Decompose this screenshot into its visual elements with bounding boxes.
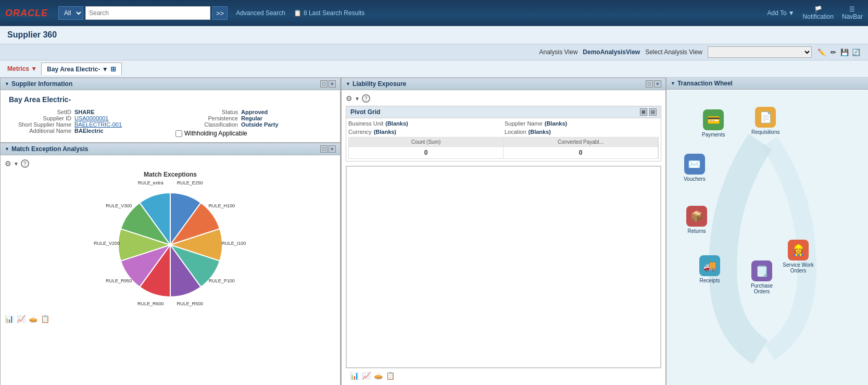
info-left: SetID SHARE Supplier ID USA0000001 Short… [9, 109, 165, 137]
last-search-icon: 📋 [294, 9, 301, 17]
tw-collapse[interactable]: ▼ [671, 81, 675, 86]
liability-content: ⚙ ▼ ? Pivot Grid ⊠ ⊟ [342, 90, 665, 385]
table-chart-icon[interactable]: 📋 [41, 315, 49, 323]
match-exception-help-icon[interactable]: ? [21, 159, 29, 168]
transaction-wheel-item-receipts[interactable]: 🚚Receipts [699, 255, 720, 283]
supplier-info-collapse[interactable]: ▼ [5, 81, 9, 86]
search-go-button[interactable]: >> [212, 6, 228, 20]
short-supplier-name-label: Short Supplier Name [9, 121, 71, 128]
svg-text:RULE_V200: RULE_V200 [94, 241, 120, 246]
liability-toolbar: ⚙ ▼ ? [346, 94, 661, 103]
info-right: Status Approved Persistence Regular Clas… [175, 109, 332, 137]
wheel-item-label: Service Work Orders [783, 262, 814, 274]
last-search-label: 8 Last Search Results [304, 9, 364, 17]
pivot-grid-filter-btn[interactable]: ⊠ [640, 108, 647, 116]
analysis-edit-icon[interactable]: ✏️ [817, 47, 826, 57]
liability-table-chart-icon[interactable]: 📋 [386, 371, 395, 380]
bar-chart-icon[interactable]: 📊 [5, 315, 14, 323]
line-chart-icon[interactable]: 📈 [17, 315, 26, 323]
transaction-wheel-item-requisitions[interactable]: 📄Requisitions [751, 107, 779, 135]
wheel-item-label: Purchase Orders [746, 283, 777, 294]
transaction-wheel-item-returns[interactable]: 📦Returns [686, 206, 707, 234]
svg-text:RULE_R950: RULE_R950 [106, 278, 132, 283]
liability-title: Liability Exposure [353, 80, 406, 88]
location-label: Location [505, 129, 526, 135]
page-title-bar: Supplier 360 [0, 26, 868, 44]
liability-pie-chart-icon[interactable]: 🥧 [374, 371, 383, 380]
transaction-wheel-item-purchase-orders[interactable]: 🗒️Purchase Orders [746, 260, 777, 294]
match-exception-panel-header: ▼ Match Exception Analysis □ × [1, 143, 340, 155]
pivot-grid-controls: ⊠ ⊟ [640, 108, 657, 116]
match-exception-minimize-btn[interactable]: □ [320, 145, 328, 153]
pivot-supplier-name-label: Supplier Name [505, 120, 543, 127]
analysis-pencil-icon[interactable]: ✏ [828, 47, 838, 57]
select-analysis-view-dropdown[interactable] [708, 46, 812, 58]
supplier-info-title: Supplier Information [11, 80, 72, 88]
panel-close-btn[interactable]: × [329, 80, 336, 88]
transaction-wheel-item-vouchers[interactable]: ✉️Vouchers [684, 154, 706, 182]
liability-header-left: ▼ Liability Exposure [346, 80, 643, 88]
search-input[interactable] [85, 6, 210, 20]
liability-bottom-icons: 📊 📈 🥧 📋 [346, 368, 661, 383]
analysis-view-label: Analysis View [539, 48, 578, 56]
additional-name-value: BAElectric [74, 128, 104, 134]
search-category-dropdown[interactable]: All [58, 6, 83, 20]
match-exception-controls: □ × [320, 145, 336, 153]
requisitions-icon: 📄 [755, 107, 776, 128]
supplier-id-row: Supplier ID USA0000001 [9, 115, 165, 121]
advanced-search-link[interactable]: Advanced Search [236, 9, 285, 17]
vouchers-icon: ✉️ [684, 154, 705, 175]
supplier-name-tab[interactable]: Bay Area Electric- ▼ ⊞ [41, 63, 122, 75]
navbar-button[interactable]: ☰ NavBar [842, 6, 863, 20]
svg-text:RULE_I100: RULE_I100 [222, 241, 246, 246]
transaction-wheel-item-service-work-orders[interactable]: 👷Service Work Orders [783, 240, 814, 274]
liability-gear-icon[interactable]: ⚙ [346, 94, 353, 103]
match-exception-gear-icon[interactable]: ⚙ [5, 159, 11, 168]
last-search-results[interactable]: 📋 8 Last Search Results [294, 9, 364, 17]
short-supplier-name-value[interactable]: BAELECTRIC-001 [74, 121, 122, 128]
panel-minimize-btn[interactable]: □ [320, 80, 328, 88]
supplier-id-value[interactable]: USA0000001 [74, 115, 108, 121]
analysis-view-value: DemoAnalysisView [583, 48, 640, 56]
tab-grid-icon: ⊞ [110, 65, 116, 73]
liability-gear-dropdown[interactable]: ▼ [355, 96, 360, 102]
match-exception-collapse[interactable]: ▼ [5, 146, 9, 152]
metrics-dropdown[interactable]: Metrics ▼ [7, 65, 37, 72]
match-exception-toolbar: ⚙ ▼ ? [5, 159, 336, 168]
status-row: Status Approved [175, 109, 332, 115]
add-to-button[interactable]: Add To ▼ [768, 9, 795, 17]
svg-text:RULE_R600: RULE_R600 [137, 301, 164, 306]
count-sum-header: Count (Sum) [349, 138, 504, 146]
supplier-info-content: Bay Area Electric- SetID SHARE Supplier … [1, 90, 340, 142]
analysis-save-icon[interactable]: 💾 [840, 47, 849, 57]
liability-close-btn[interactable]: × [654, 80, 661, 88]
pie-chart-icon[interactable]: 🥧 [29, 315, 37, 323]
liability-panel-controls: □ × [646, 80, 661, 88]
liability-collapse[interactable]: ▼ [346, 81, 350, 86]
pie-chart-container: RULE_E250RULE_H100RULE_I100RULE_P100RULE… [5, 182, 336, 307]
setid-value: SHARE [74, 109, 95, 115]
converted-payabl-value: 0 [504, 147, 658, 158]
match-exception-close-btn[interactable]: × [329, 145, 336, 153]
pivot-data-header-row: Count (Sum) Converted Payabl... [348, 137, 659, 147]
notification-label: Notification [803, 13, 834, 20]
liability-bar-chart-icon[interactable]: 📊 [350, 371, 359, 380]
notification-flag-icon: 🏳️ [814, 6, 822, 13]
withholding-checkbox[interactable] [175, 130, 182, 137]
transaction-wheel-item-payments[interactable]: 💳Payments [702, 109, 725, 138]
liability-help-icon[interactable]: ? [362, 94, 370, 103]
analysis-refresh-icon[interactable]: 🔄 [851, 47, 861, 57]
currency-value: (Blanks) [374, 129, 396, 135]
liability-minimize-btn[interactable]: □ [646, 80, 653, 88]
notification-button[interactable]: 🏳️ Notification [803, 6, 834, 20]
location-cell: Location (Blanks) [505, 129, 659, 135]
add-to-chevron: ▼ [788, 9, 795, 17]
svg-text:RULE_V300: RULE_V300 [106, 203, 132, 208]
pivot-grid-title: Pivot Grid [350, 108, 380, 116]
gear-dropdown-arrow[interactable]: ▼ [14, 161, 19, 167]
match-exception-header-left: ▼ Match Exception Analysis [5, 145, 317, 153]
liability-line-chart-icon[interactable]: 📈 [362, 371, 371, 380]
pivot-grid-settings-btn[interactable]: ⊟ [649, 108, 657, 116]
chart-title: Match Exceptions [5, 171, 336, 178]
setid-label: SetID [9, 109, 71, 115]
